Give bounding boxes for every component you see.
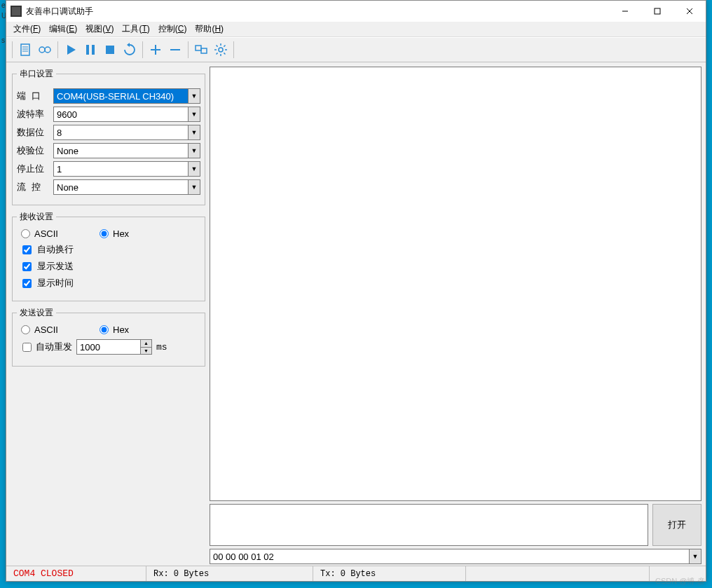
send-interval-input[interactable]: 1000 ▲ ▼ xyxy=(76,339,152,355)
stopbits-select[interactable]: 1 ▼ xyxy=(53,161,200,177)
chevron-down-icon[interactable]: ▼ xyxy=(689,549,701,563)
recv-showtx-checkbox[interactable]: 显示发送 xyxy=(18,260,199,273)
status-tx: Tx: 0 Bytes xyxy=(313,566,466,581)
baud-select[interactable]: 9600 ▼ xyxy=(53,107,200,122)
chevron-down-icon[interactable]: ▼ xyxy=(188,162,200,176)
status-end xyxy=(650,566,706,581)
send-interval-unit: ms xyxy=(156,342,167,353)
main-window: 友善串口调试助手 文件(F) 编辑(E) 视图(V) 工具(T) 控制(C) 帮… xyxy=(6,0,706,582)
svg-line-26 xyxy=(217,46,218,47)
new-doc-icon[interactable] xyxy=(15,40,35,60)
minimize-button[interactable] xyxy=(609,1,641,22)
recv-wrap-checkbox[interactable]: 自动换行 xyxy=(18,243,199,256)
databits-label: 数据位 xyxy=(17,126,49,139)
port-settings-legend: 串口设置 xyxy=(17,68,56,80)
stopbits-value: 1 xyxy=(57,164,62,175)
stopbits-label: 停止位 xyxy=(17,163,49,175)
send-hex-radio[interactable]: Hex xyxy=(95,324,171,335)
toolbar xyxy=(6,37,706,62)
plus-icon[interactable] xyxy=(146,40,165,60)
hex-input-value: 00 00 00 01 02 xyxy=(213,552,274,562)
spin-down-icon[interactable]: ▼ xyxy=(141,348,151,355)
menu-file[interactable]: 文件(F) xyxy=(9,22,45,36)
chevron-down-icon[interactable]: ▼ xyxy=(188,180,200,194)
port-settings-group: 串口设置 端 口 COM4(USB-SERIAL CH340) ▼ 波特率 96… xyxy=(12,68,205,205)
svg-rect-5 xyxy=(21,44,29,55)
svg-point-10 xyxy=(45,47,50,53)
send-auto-checkbox[interactable]: 自动重发 xyxy=(18,341,72,353)
svg-marker-11 xyxy=(67,45,76,55)
port-label: 端 口 xyxy=(17,90,49,102)
recv-hex-radio[interactable]: Hex xyxy=(95,228,171,239)
svg-rect-14 xyxy=(106,46,114,54)
parity-label: 校验位 xyxy=(17,144,49,157)
send-interval-value: 1000 xyxy=(80,342,100,353)
databits-value: 8 xyxy=(57,128,62,138)
pause-icon[interactable] xyxy=(81,40,100,60)
close-button[interactable] xyxy=(673,1,706,22)
flow-label: 流 控 xyxy=(17,181,49,193)
refresh-icon[interactable] xyxy=(120,40,139,60)
app-icon xyxy=(11,6,22,17)
menu-help[interactable]: 帮助(H) xyxy=(191,22,228,36)
receive-area[interactable] xyxy=(210,67,701,501)
chevron-down-icon[interactable]: ▼ xyxy=(188,107,200,121)
port-select[interactable]: COM4(USB-SERIAL CH340) ▼ xyxy=(53,88,200,104)
spin-up-icon[interactable]: ▲ xyxy=(141,340,151,348)
recv-settings-group: 接收设置 ASCII Hex 自动换行 显示发送 显示时间 xyxy=(12,211,205,301)
parity-select[interactable]: None ▼ xyxy=(53,143,200,158)
stop-icon[interactable] xyxy=(100,40,120,60)
menu-view[interactable]: 视图(V) xyxy=(81,22,118,36)
hex-input[interactable]: 00 00 00 01 02 ▼ xyxy=(210,549,701,564)
send-ascii-radio[interactable]: ASCII xyxy=(17,324,93,335)
svg-rect-19 xyxy=(196,46,201,50)
settings-panel: 串口设置 端 口 COM4(USB-SERIAL CH340) ▼ 波特率 96… xyxy=(8,64,207,566)
svg-rect-20 xyxy=(201,48,207,53)
port-value: COM4(USB-SERIAL CH340) xyxy=(57,91,174,102)
menu-tools[interactable]: 工具(T) xyxy=(118,22,153,36)
record-icon[interactable] xyxy=(35,40,55,60)
recv-ascii-radio[interactable]: ASCII xyxy=(17,228,93,239)
svg-line-28 xyxy=(217,53,218,54)
window-title: 友善串口调试助手 xyxy=(26,6,609,18)
flow-value: None xyxy=(57,182,78,193)
chevron-down-icon[interactable]: ▼ xyxy=(188,89,200,103)
recv-showtime-checkbox[interactable]: 显示时间 xyxy=(18,277,199,289)
svg-point-9 xyxy=(39,47,45,53)
title-bar: 友善串口调试助手 xyxy=(6,1,706,22)
svg-rect-2 xyxy=(655,8,660,14)
databits-select[interactable]: 8 ▼ xyxy=(53,125,200,140)
baud-value: 9600 xyxy=(57,109,77,120)
svg-line-29 xyxy=(224,46,225,47)
maximize-button[interactable] xyxy=(641,1,673,22)
svg-rect-13 xyxy=(92,45,95,55)
parity-value: None xyxy=(57,146,78,156)
svg-rect-0 xyxy=(12,7,20,15)
data-panel: 打开 00 00 00 01 02 ▼ xyxy=(210,64,704,566)
chevron-down-icon[interactable]: ▼ xyxy=(188,125,200,139)
status-bar: COM4 CLOSED Rx: 0 Bytes Tx: 0 Bytes xyxy=(6,566,706,581)
menu-control[interactable]: 控制(C) xyxy=(154,22,191,36)
menu-bar: 文件(F) 编辑(E) 视图(V) 工具(T) 控制(C) 帮助(H) xyxy=(6,22,706,37)
chevron-down-icon[interactable]: ▼ xyxy=(188,144,200,158)
gear-icon[interactable] xyxy=(211,40,231,60)
play-icon[interactable] xyxy=(61,40,81,60)
send-area[interactable] xyxy=(210,504,648,546)
send-settings-legend: 发送设置 xyxy=(17,307,56,319)
status-port: COM4 CLOSED xyxy=(6,566,146,581)
svg-marker-15 xyxy=(127,43,130,47)
status-rx: Rx: 0 Bytes xyxy=(146,566,313,581)
baud-label: 波特率 xyxy=(17,108,49,121)
menu-edit[interactable]: 编辑(E) xyxy=(45,22,81,36)
flow-select[interactable]: None ▼ xyxy=(53,179,200,195)
status-spacer xyxy=(466,566,650,581)
minus-icon[interactable] xyxy=(165,40,185,60)
svg-line-27 xyxy=(224,53,225,54)
recv-settings-legend: 接收设置 xyxy=(17,211,56,223)
send-settings-group: 发送设置 ASCII Hex 自动重发 1000 xyxy=(12,307,205,367)
svg-point-21 xyxy=(219,48,223,52)
open-button[interactable]: 打开 xyxy=(652,504,701,546)
windows-icon[interactable] xyxy=(191,40,211,60)
client-area: 串口设置 端 口 COM4(USB-SERIAL CH340) ▼ 波特率 96… xyxy=(6,62,706,566)
svg-rect-12 xyxy=(86,45,89,55)
